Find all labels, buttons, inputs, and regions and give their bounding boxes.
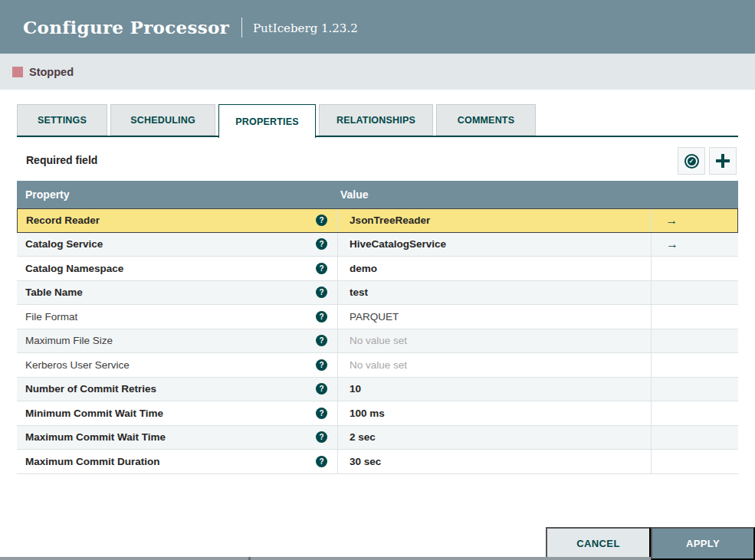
tab-label: RELATIONSHIPS bbox=[336, 115, 415, 126]
help-icon[interactable]: ? bbox=[316, 456, 327, 467]
property-cell: Maximum Commit Wait Time ? bbox=[17, 426, 337, 450]
value-cell[interactable]: JsonTreeReader bbox=[337, 209, 650, 232]
table-row[interactable]: Minimum Commit Wait Time ? 100 ms → bbox=[17, 401, 738, 426]
verify-properties-button[interactable]: ✓ bbox=[678, 147, 705, 175]
value-cell[interactable]: No value set bbox=[337, 329, 651, 353]
property-name: File Format bbox=[25, 311, 77, 323]
tab-row: SETTINGS SCHEDULING PROPERTIES RELATIONS… bbox=[17, 104, 738, 138]
property-cell: Maximum Commit Duration ? bbox=[17, 450, 337, 473]
table-row[interactable]: Maximum File Size ? No value set → bbox=[17, 329, 738, 354]
value-cell[interactable]: 100 ms bbox=[337, 401, 651, 425]
table-row[interactable]: Record Reader ? JsonTreeReader → bbox=[17, 208, 738, 233]
tab-label: PROPERTIES bbox=[235, 116, 299, 127]
go-to-cell: → bbox=[651, 329, 738, 353]
go-to-cell: → bbox=[651, 450, 738, 473]
tab-comments[interactable]: COMMENTS bbox=[436, 104, 536, 136]
tab-label: COMMENTS bbox=[458, 115, 515, 126]
cancel-button[interactable]: CANCEL bbox=[546, 527, 651, 560]
value-cell[interactable]: PARQUET bbox=[337, 305, 651, 329]
value-cell[interactable]: 10 bbox=[337, 378, 651, 401]
go-to-service-icon[interactable]: → bbox=[666, 238, 678, 251]
property-cell: Minimum Commit Wait Time ? bbox=[17, 401, 337, 425]
property-value: test bbox=[350, 287, 368, 298]
title-divider bbox=[241, 18, 242, 38]
value-cell[interactable]: 2 sec bbox=[337, 426, 651, 450]
value-cell[interactable]: demo bbox=[337, 257, 651, 280]
properties-table: Property Value Record Reader ? JsonTreeR… bbox=[17, 181, 738, 474]
help-icon[interactable]: ? bbox=[316, 287, 327, 298]
go-to-cell: → bbox=[651, 401, 738, 425]
property-cell: Table Name ? bbox=[17, 281, 337, 305]
go-to-cell: → bbox=[651, 353, 738, 377]
property-value: 30 sec bbox=[350, 456, 381, 467]
go-to-cell: → bbox=[651, 233, 738, 257]
help-icon[interactable]: ? bbox=[316, 408, 327, 419]
property-value: 100 ms bbox=[350, 408, 385, 419]
table-row[interactable]: Catalog Service ? HiveCatalogService → bbox=[17, 233, 738, 257]
status-label: Stopped bbox=[29, 66, 74, 78]
property-value: JsonTreeReader bbox=[350, 215, 430, 226]
table-row[interactable]: Kerberos User Service ? No value set → bbox=[17, 353, 738, 378]
tab-settings[interactable]: SETTINGS bbox=[17, 104, 107, 136]
add-property-button[interactable] bbox=[709, 147, 737, 175]
table-header-row: Property Value bbox=[17, 181, 738, 208]
property-cell: Number of Commit Retries ? bbox=[17, 378, 337, 401]
properties-table-body: Record Reader ? JsonTreeReader → Catalog… bbox=[17, 208, 738, 474]
help-icon[interactable]: ? bbox=[316, 311, 327, 323]
property-name: Maximum File Size bbox=[25, 335, 113, 346]
apply-button[interactable]: APPLY bbox=[651, 527, 755, 560]
go-to-cell: → bbox=[651, 281, 738, 305]
go-to-cell: → bbox=[651, 257, 738, 280]
table-row[interactable]: Maximum Commit Wait Time ? 2 sec → bbox=[17, 426, 738, 450]
help-icon[interactable]: ? bbox=[316, 263, 327, 274]
help-icon[interactable]: ? bbox=[316, 215, 327, 226]
dialog-header: Configure Processor PutIceberg 1.23.2 bbox=[0, 0, 755, 54]
property-name: Catalog Service bbox=[25, 238, 103, 250]
property-name: Maximum Commit Wait Time bbox=[25, 431, 166, 443]
canvas-edge bbox=[0, 557, 755, 560]
table-row[interactable]: Number of Commit Retries ? 10 → bbox=[17, 378, 738, 402]
table-row[interactable]: Table Name ? test → bbox=[17, 281, 738, 306]
value-cell[interactable]: No value set bbox=[337, 353, 651, 377]
go-to-cell: → bbox=[651, 305, 738, 329]
value-cell[interactable]: 30 sec bbox=[337, 450, 651, 473]
property-value: 10 bbox=[350, 383, 361, 395]
status-bar: Stopped bbox=[0, 54, 755, 90]
tab-relationships[interactable]: RELATIONSHIPS bbox=[319, 104, 433, 136]
check-circle-icon: ✓ bbox=[684, 154, 699, 169]
go-to-service-icon[interactable]: → bbox=[665, 215, 678, 227]
go-to-cell: → bbox=[651, 378, 738, 401]
tab-bar: SETTINGS SCHEDULING PROPERTIES RELATIONS… bbox=[17, 104, 738, 139]
property-value: PARQUET bbox=[350, 311, 399, 323]
value-cell[interactable]: test bbox=[337, 281, 651, 305]
property-cell: Maximum File Size ? bbox=[17, 329, 337, 353]
help-icon[interactable]: ? bbox=[316, 383, 327, 395]
help-icon[interactable]: ? bbox=[316, 359, 327, 371]
tab-underline bbox=[17, 136, 738, 137]
table-row[interactable]: Catalog Namespace ? demo → bbox=[17, 257, 738, 281]
column-header-property: Property bbox=[17, 188, 337, 201]
value-cell[interactable]: HiveCatalogService bbox=[337, 233, 651, 257]
property-value: No value set bbox=[350, 359, 407, 371]
property-name: Number of Commit Retries bbox=[25, 383, 156, 395]
property-name: Record Reader bbox=[26, 215, 100, 226]
tab-scheduling[interactable]: SCHEDULING bbox=[110, 104, 215, 136]
processor-type-version: PutIceberg 1.23.2 bbox=[253, 21, 358, 35]
property-cell: Kerberos User Service ? bbox=[17, 353, 337, 377]
help-icon[interactable]: ? bbox=[316, 238, 327, 250]
property-cell: Record Reader ? bbox=[18, 209, 337, 232]
property-name: Minimum Commit Wait Time bbox=[25, 408, 163, 419]
help-icon[interactable]: ? bbox=[316, 335, 327, 346]
help-icon[interactable]: ? bbox=[316, 431, 327, 443]
tab-label: SCHEDULING bbox=[130, 115, 195, 126]
table-row[interactable]: File Format ? PARQUET → bbox=[17, 305, 738, 329]
tab-properties[interactable]: PROPERTIES bbox=[218, 104, 316, 138]
go-to-cell: → bbox=[650, 209, 737, 232]
property-name: Maximum Commit Duration bbox=[25, 456, 160, 467]
table-row[interactable]: Maximum Commit Duration ? 30 sec → bbox=[17, 450, 738, 474]
column-header-value: Value bbox=[337, 188, 738, 201]
property-cell: Catalog Namespace ? bbox=[17, 257, 337, 280]
stopped-status-icon bbox=[12, 67, 23, 77]
property-value: No value set bbox=[350, 335, 407, 346]
tab-label: SETTINGS bbox=[38, 115, 87, 126]
